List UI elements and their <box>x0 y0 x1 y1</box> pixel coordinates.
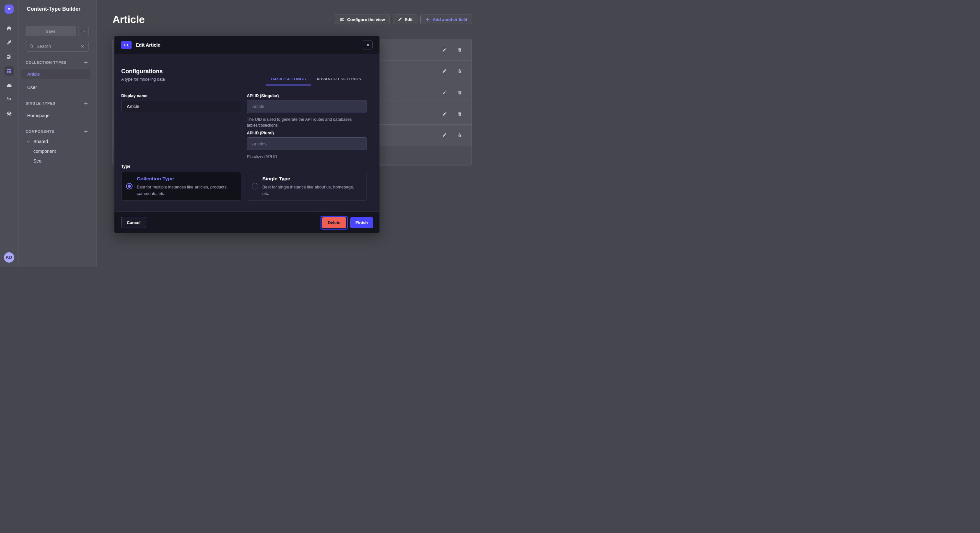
configurations-subtitle: A type for modeling data <box>121 77 165 82</box>
chevron-down-icon <box>26 140 30 144</box>
radio-selected-icon[interactable] <box>126 183 132 189</box>
api-id-singular-field: API ID (Singular) The UID is used to gen… <box>247 94 367 128</box>
sidebar-item-seo[interactable]: Seo <box>19 156 96 166</box>
tab-basic-settings[interactable]: BASIC SETTINGS <box>266 77 312 86</box>
delete-button-highlight-ring: Delete <box>320 216 348 230</box>
content-type-builder-panel: Content-Type Builder Save COLLECTION TYP… <box>19 0 97 266</box>
add-component-icon[interactable] <box>83 129 89 134</box>
clear-search-icon[interactable] <box>80 44 85 49</box>
group-label: Shared <box>33 139 48 144</box>
api-id-singular-help: The UID is used to generate the API rout… <box>247 117 361 128</box>
sidebar-item-component[interactable]: component <box>19 146 96 156</box>
plus-icon <box>425 17 430 22</box>
delete-field-icon[interactable] <box>455 110 464 118</box>
configurations-title: Configurations <box>121 68 165 75</box>
sidebar-item-article[interactable]: Article <box>21 69 91 79</box>
save-button[interactable]: Save <box>25 26 75 36</box>
modal-body: Configurations A type for modeling data … <box>115 54 380 211</box>
strapi-logo[interactable] <box>5 5 14 14</box>
collection-type-option[interactable]: Collection Type Best for multiple instan… <box>121 172 241 201</box>
feather-icon[interactable] <box>4 38 14 47</box>
rail-header <box>0 0 18 18</box>
display-name-label: Display name <box>121 94 241 98</box>
add-single-type-icon[interactable] <box>83 101 89 106</box>
cancel-button[interactable]: Cancel <box>121 217 146 228</box>
search-icon <box>29 44 34 49</box>
configure-view-button[interactable]: Configure the view <box>335 14 390 24</box>
single-type-option[interactable]: Single Type Best for single instance lik… <box>247 172 367 201</box>
content-type-builder-icon[interactable] <box>4 66 14 76</box>
edit-field-icon[interactable] <box>440 110 449 118</box>
modal-title: Edit Article <box>136 43 161 48</box>
cart-icon[interactable] <box>4 95 14 104</box>
api-id-singular-input[interactable] <box>247 100 367 113</box>
api-id-plural-label: API ID (Plural) <box>247 131 367 135</box>
edit-field-icon[interactable] <box>440 46 449 54</box>
components-heading: COMPONENTS <box>25 130 54 133</box>
delete-field-icon[interactable] <box>455 46 464 54</box>
delete-button[interactable]: Delete <box>322 217 346 228</box>
panel-header: Content-Type Builder <box>19 0 96 18</box>
more-options-button[interactable] <box>78 26 89 36</box>
cloud-icon[interactable] <box>4 80 14 90</box>
finish-button[interactable]: Finish <box>350 217 373 228</box>
api-id-plural-field: API ID (Plural) Pluralized API ID <box>247 131 367 160</box>
type-label: Type <box>121 164 366 169</box>
panel-title: Content-Type Builder <box>27 6 80 12</box>
home-icon[interactable] <box>4 23 14 33</box>
main-nav-rail: KD <box>0 0 19 266</box>
edit-field-icon[interactable] <box>440 67 449 75</box>
api-id-plural-input[interactable] <box>247 137 367 150</box>
collection-types-heading: COLLECTION TYPES <box>25 60 67 65</box>
media-library-icon[interactable] <box>4 52 14 62</box>
collection-type-desc: Best for multiple instances like article… <box>137 184 235 197</box>
delete-field-icon[interactable] <box>455 89 464 97</box>
edit-button[interactable]: Edit <box>393 14 418 24</box>
modal-header: CT Edit Article <box>115 36 380 54</box>
display-name-field: Display name <box>121 94 241 128</box>
delete-field-icon[interactable] <box>455 131 464 140</box>
close-icon <box>366 43 370 47</box>
edit-field-icon[interactable] <box>440 89 449 97</box>
api-id-plural-help: Pluralized API ID <box>247 154 361 160</box>
rail-icons <box>0 18 18 119</box>
avatar[interactable]: KD <box>4 252 14 263</box>
edit-field-icon[interactable] <box>440 131 449 140</box>
add-another-field-button[interactable]: Add another field <box>420 14 472 24</box>
tab-advanced-settings[interactable]: ADVANCED SETTINGS <box>311 77 366 85</box>
page-title: Article <box>113 14 145 25</box>
radio-unselected-icon[interactable] <box>252 183 258 189</box>
search-input[interactable] <box>37 44 78 49</box>
edit-article-modal: CT Edit Article Configurations A type fo… <box>115 36 380 233</box>
single-type-title: Single Type <box>262 176 360 182</box>
single-types-heading: SINGLE TYPES <box>25 102 56 105</box>
close-modal-button[interactable] <box>363 40 373 50</box>
delete-field-icon[interactable] <box>455 67 464 75</box>
ellipsis-icon <box>81 29 86 33</box>
add-collection-type-icon[interactable] <box>83 60 89 65</box>
sidebar-item-user[interactable]: User <box>19 82 96 92</box>
api-id-singular-label: API ID (Singular) <box>247 94 367 98</box>
display-name-input[interactable] <box>121 100 241 113</box>
single-type-desc: Best for single instance like about us, … <box>262 184 360 197</box>
rail-footer: KD <box>0 248 18 266</box>
sidebar-group-shared[interactable]: Shared <box>19 136 96 146</box>
modal-footer: Cancel Delete Finish <box>115 211 380 233</box>
content-type-badge: CT <box>121 41 132 49</box>
pencil-icon <box>398 17 402 22</box>
configure-list-icon <box>340 17 345 22</box>
settings-tabs: BASIC SETTINGS ADVANCED SETTINGS <box>266 77 366 85</box>
search-input-wrapper <box>25 41 89 51</box>
settings-gear-icon[interactable] <box>4 109 14 119</box>
sidebar-item-homepage[interactable]: Homepage <box>19 111 96 121</box>
header-actions: Configure the view Edit Add another fiel… <box>335 14 472 24</box>
collection-type-title: Collection Type <box>137 176 235 182</box>
